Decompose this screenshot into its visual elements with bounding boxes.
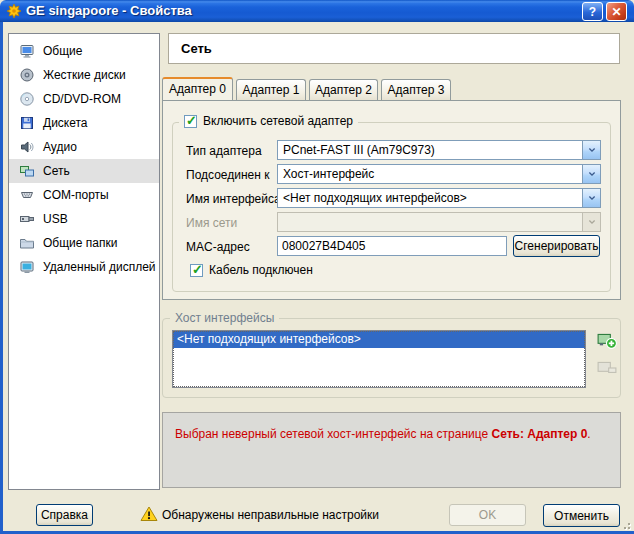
- window-title: GE singapoore - Свойства: [26, 0, 192, 22]
- sidebar-item-label: Аудио: [43, 140, 77, 154]
- sidebar-item-label: USB: [43, 212, 68, 226]
- network-name-label: Имя сети: [186, 216, 237, 230]
- network-name-select: [277, 212, 601, 232]
- enable-adapter-checkbox[interactable]: ✓: [184, 115, 197, 128]
- help-button[interactable]: Справка: [36, 504, 93, 526]
- chevron-down-icon[interactable]: [582, 189, 600, 207]
- sidebar-item-label: Общие: [43, 44, 82, 58]
- interface-name-select[interactable]: <Нет подходящих интерфейсов>: [277, 188, 601, 208]
- sidebar-item-floppy[interactable]: Дискета: [9, 111, 159, 135]
- sidebar-item-label: COM-порты: [43, 188, 109, 202]
- usb-icon: [19, 211, 35, 227]
- chevron-down-icon[interactable]: [582, 141, 600, 159]
- floppy-icon: [19, 115, 35, 131]
- chevron-down-icon[interactable]: [582, 165, 600, 183]
- remote-display-icon: [19, 259, 35, 275]
- interface-name-value: <Нет подходящих интерфейсов>: [283, 191, 467, 205]
- sidebar-item-hard-disks[interactable]: Жесткие диски: [9, 63, 159, 87]
- cable-connected-row: ✓ Кабель подключен: [185, 263, 318, 277]
- generate-mac-button[interactable]: Сгенерировать: [513, 235, 600, 257]
- sidebar-item-label: Жесткие диски: [43, 68, 126, 82]
- settings-category-list: Общие Жесткие диски CD/DVD-ROM Дискета А…: [8, 33, 160, 490]
- sidebar-item-audio[interactable]: Аудио: [9, 135, 159, 159]
- shared-folder-icon: [19, 235, 35, 251]
- sidebar-item-remote-display[interactable]: Удаленный дисплей: [9, 255, 159, 279]
- sidebar-item-com-ports[interactable]: COM-порты: [9, 183, 159, 207]
- enable-adapter-row: ✓ Включить сетевой адаптер: [179, 114, 358, 128]
- ok-button[interactable]: OK: [449, 504, 526, 526]
- network-icon: [19, 163, 35, 179]
- sidebar-item-label: Удаленный дисплей: [43, 260, 156, 274]
- chevron-down-icon: [582, 213, 600, 231]
- list-item-selected[interactable]: <Нет подходящих интерфейсов>: [173, 331, 585, 348]
- hdd-icon: [19, 67, 35, 83]
- enable-adapter-label: Включить сетевой адаптер: [203, 114, 353, 128]
- help-caption-button[interactable]: ?: [582, 2, 603, 21]
- resize-grip[interactable]: [618, 517, 630, 529]
- title-bar: GE singapoore - Свойства ? ✕: [0, 0, 634, 22]
- sidebar-item-general[interactable]: Общие: [9, 39, 159, 63]
- warning-triangle-icon: [140, 505, 158, 523]
- sidebar-item-network[interactable]: Сеть: [9, 159, 159, 183]
- serial-port-icon: [19, 187, 35, 203]
- page-title: Сеть: [168, 33, 620, 64]
- sidebar-item-label: Общие папки: [43, 236, 117, 250]
- settings-gear-icon: [6, 3, 22, 19]
- attached-to-value: Хост-интерфейс: [283, 167, 374, 181]
- settings-dialog: GE singapoore - Свойства ? ✕ Общие Жестк…: [0, 0, 634, 534]
- host-interfaces-title: Хост интерфейсы: [170, 311, 279, 325]
- close-button[interactable]: ✕: [606, 2, 627, 21]
- cable-connected-label: Кабель подключен: [209, 263, 313, 277]
- attached-to-label: Подсоединен к: [186, 168, 269, 182]
- attached-to-select[interactable]: Хост-интерфейс: [277, 164, 601, 184]
- tab-adapter-0[interactable]: Адаптер 0: [162, 77, 233, 100]
- validation-warning-text: Выбран неверный сетевой хост-интерфейс н…: [175, 427, 591, 441]
- mac-address-label: MAC-адрес: [186, 240, 250, 254]
- add-interface-icon: [597, 330, 617, 350]
- check-icon: ✓: [186, 113, 197, 128]
- general-icon: [19, 43, 35, 59]
- warning-text-suffix: .: [587, 427, 590, 441]
- add-host-interface-button[interactable]: [597, 330, 617, 350]
- audio-icon: [19, 139, 35, 155]
- cable-connected-checkbox[interactable]: ✓: [190, 264, 203, 277]
- cd-icon: [19, 91, 35, 107]
- invalid-settings-status: Обнаружены неправильные настройки: [162, 508, 379, 522]
- sidebar-item-label: Дискета: [43, 116, 88, 130]
- sidebar-item-shared-folders[interactable]: Общие папки: [9, 231, 159, 255]
- adapter-type-value: PCnet-FAST III (Am79C973): [283, 143, 435, 157]
- window-border-left: [0, 22, 3, 534]
- warning-text-page: Сеть: Адаптер 0: [491, 427, 587, 441]
- sidebar-item-usb[interactable]: USB: [9, 207, 159, 231]
- tab-adapter-2[interactable]: Адаптер 2: [309, 79, 378, 100]
- validation-warning-panel: Выбран неверный сетевой хост-интерфейс н…: [162, 412, 621, 488]
- sidebar-item-label: CD/DVD-ROM: [43, 92, 121, 106]
- tab-adapter-1[interactable]: Адаптер 1: [236, 79, 306, 100]
- cancel-button[interactable]: Отменить: [543, 504, 620, 527]
- warning-text-prefix: Выбран неверный сетевой хост-интерфейс н…: [175, 427, 491, 441]
- remove-host-interface-button[interactable]: [597, 358, 617, 378]
- remove-interface-icon: [597, 358, 617, 378]
- sidebar-item-label: Сеть: [43, 164, 70, 178]
- interface-name-label: Имя интерфейса: [186, 192, 281, 206]
- adapter-type-label: Тип адаптера: [186, 144, 262, 158]
- tab-adapter-3[interactable]: Адаптер 3: [381, 79, 451, 100]
- sidebar-item-cd-dvd[interactable]: CD/DVD-ROM: [9, 87, 159, 111]
- mac-address-input[interactable]: [277, 236, 507, 256]
- host-interfaces-list[interactable]: <Нет подходящих интерфейсов>: [172, 330, 586, 388]
- adapter-type-select[interactable]: PCnet-FAST III (Am79C973): [277, 140, 601, 160]
- check-icon: ✓: [192, 262, 203, 277]
